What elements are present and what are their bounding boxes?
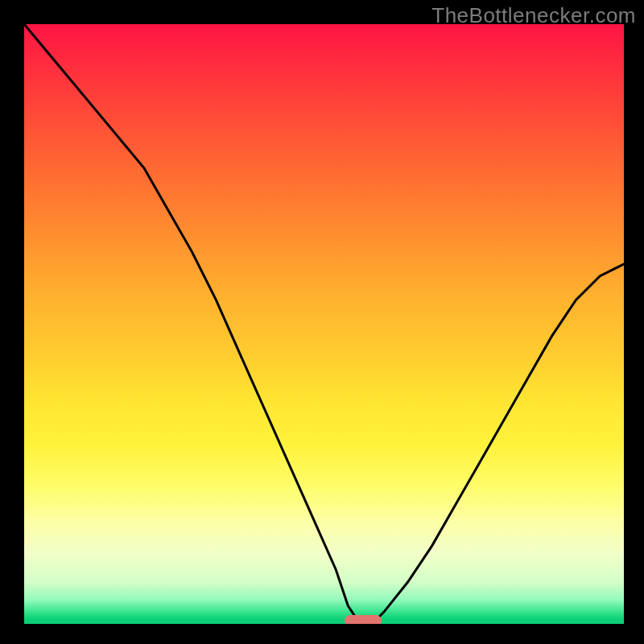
watermark-text: TheBottlenecker.com [431,3,636,28]
curve-path [24,24,624,624]
optimal-marker [345,615,382,624]
plot-area [24,24,624,624]
optimal-strip [24,619,624,624]
chart-frame: TheBottlenecker.com [0,0,644,644]
bottleneck-curve [24,24,624,624]
